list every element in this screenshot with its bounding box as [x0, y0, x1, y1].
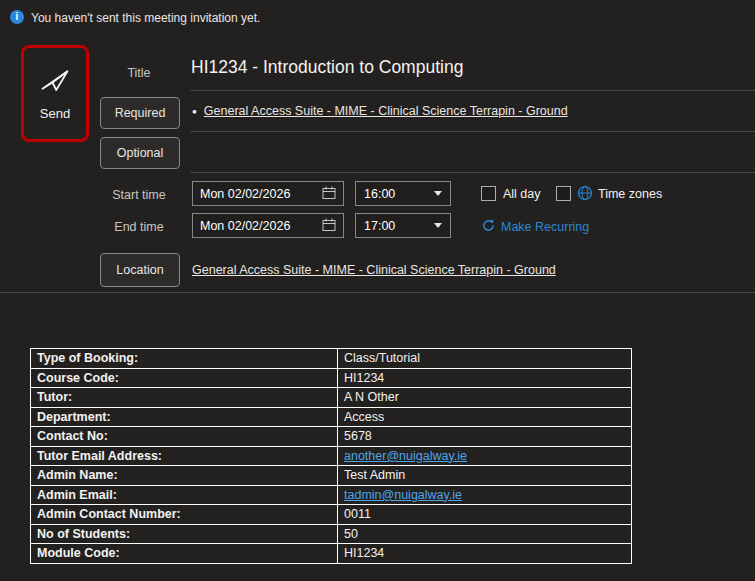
location-link[interactable]: General Access Suite - MIME - Clinical S…	[192, 263, 556, 277]
meeting-invite-window: i You haven't sent this meeting invitati…	[0, 0, 755, 581]
row-label: Tutor:	[31, 388, 338, 408]
chevron-down-icon[interactable]	[434, 223, 442, 228]
send-button-label: Send	[40, 106, 70, 121]
end-date-value: Mon 02/02/2026	[200, 219, 290, 233]
all-day-checkbox[interactable]	[481, 186, 496, 201]
location-button[interactable]: Location	[100, 253, 180, 287]
table-row: Contact No:5678	[31, 427, 632, 447]
start-time-select[interactable]: 16:00	[355, 181, 451, 206]
table-row: No of Students:50	[31, 524, 632, 544]
table-row: Admin Contact Number:0011	[31, 505, 632, 525]
end-date-input[interactable]: Mon 02/02/2026	[192, 213, 344, 238]
start-time-label: Start time	[99, 188, 179, 202]
table-row: Tutor Email Address:another@nuigalway.ie	[31, 446, 632, 466]
table-row: Tutor:A N Other	[31, 388, 632, 408]
required-attendees-field[interactable]: ● General Access Suite - MIME - Clinical…	[192, 104, 568, 118]
divider	[190, 172, 755, 173]
info-icon: i	[10, 10, 24, 24]
row-label: Course Code:	[31, 368, 338, 388]
start-date-input[interactable]: Mon 02/02/2026	[192, 181, 344, 206]
time-zones-label: Time zones	[598, 187, 662, 201]
row-value: 50	[338, 524, 632, 544]
row-label: Admin Contact Number:	[31, 505, 338, 525]
make-recurring-link[interactable]: Make Recurring	[481, 218, 589, 236]
required-attendee-link[interactable]: General Access Suite - MIME - Clinical S…	[204, 104, 568, 118]
make-recurring-label: Make Recurring	[501, 220, 589, 234]
booking-details-table: Type of Booking:Class/TutorialCourse Cod…	[30, 348, 632, 564]
table-row: Type of Booking:Class/Tutorial	[31, 349, 632, 369]
row-value: Access	[338, 407, 632, 427]
attendee-status-bullet: ●	[192, 107, 197, 116]
row-label: Tutor Email Address:	[31, 446, 338, 466]
send-button[interactable]: Send	[21, 45, 89, 142]
row-label: Module Code:	[31, 544, 338, 564]
row-label: Contact No:	[31, 427, 338, 447]
end-time-value: 17:00	[364, 219, 395, 233]
row-label: Department:	[31, 407, 338, 427]
start-date-value: Mon 02/02/2026	[200, 187, 290, 201]
calendar-icon[interactable]	[322, 218, 336, 234]
row-value: HI1234	[338, 544, 632, 564]
row-label: Admin Email:	[31, 485, 338, 505]
end-time-label: End time	[99, 220, 179, 234]
email-link[interactable]: tadmin@nuigalway.ie	[344, 488, 462, 502]
row-value: 5678	[338, 427, 632, 447]
row-value: HI1234	[338, 368, 632, 388]
send-plane-icon	[40, 67, 70, 96]
row-label: Admin Name:	[31, 466, 338, 486]
optional-attendees-field[interactable]	[192, 137, 752, 167]
table-row: Course Code:HI1234	[31, 368, 632, 388]
title-input[interactable]: HI1234 - Introduction to Computing	[191, 57, 463, 78]
optional-attendees-button[interactable]: Optional	[100, 137, 180, 169]
calendar-icon[interactable]	[322, 186, 336, 202]
table-row: Admin Name:Test Admin	[31, 466, 632, 486]
end-time-select[interactable]: 17:00	[355, 213, 451, 238]
details-table-body: Type of Booking:Class/TutorialCourse Cod…	[31, 349, 632, 564]
table-row: Module Code:HI1234	[31, 544, 632, 564]
row-label: No of Students:	[31, 524, 338, 544]
row-value: A N Other	[338, 388, 632, 408]
row-value: 0011	[338, 505, 632, 525]
table-row: Department:Access	[31, 407, 632, 427]
divider	[190, 131, 755, 132]
row-value: Class/Tutorial	[338, 349, 632, 369]
row-label: Type of Booking:	[31, 349, 338, 369]
unsent-invitation-notice: You haven't sent this meeting invitation…	[31, 11, 260, 25]
recurring-icon	[481, 218, 496, 236]
globe-icon	[577, 185, 593, 204]
row-value: tadmin@nuigalway.ie	[338, 485, 632, 505]
row-value: another@nuigalway.ie	[338, 446, 632, 466]
email-link[interactable]: another@nuigalway.ie	[344, 449, 467, 463]
chevron-down-icon[interactable]	[434, 191, 442, 196]
all-day-label: All day	[503, 187, 541, 201]
table-row: Admin Email:tadmin@nuigalway.ie	[31, 485, 632, 505]
time-zones-checkbox[interactable]	[556, 186, 571, 201]
divider	[190, 90, 755, 91]
body-divider	[0, 292, 755, 293]
title-label: Title	[99, 66, 179, 80]
required-attendees-button[interactable]: Required	[100, 97, 180, 129]
row-value: Test Admin	[338, 466, 632, 486]
start-time-value: 16:00	[364, 187, 395, 201]
